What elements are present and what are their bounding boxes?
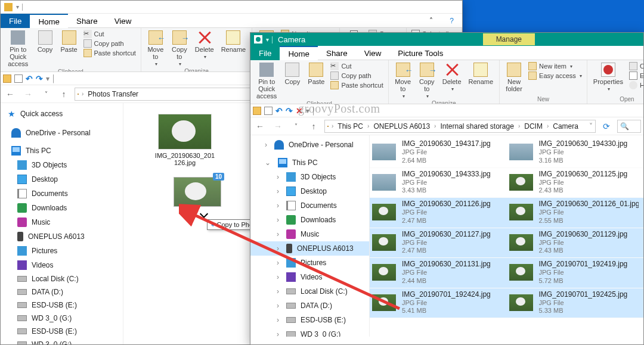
ribbon-collapse-icon[interactable]: ˄ [421, 14, 441, 28]
copy-button[interactable]: Copy [281, 61, 303, 86]
properties-button[interactable]: Properties▾ [591, 61, 626, 93]
nav-item[interactable]: ›Documents [250, 198, 369, 213]
file-item[interactable]: IMG_20190630_201129.jpgJPG File2.43 MB [507, 228, 644, 259]
file-item[interactable]: IMG_20190630_194330.jpgJPG File3.16 MB [507, 138, 644, 168]
tab-view[interactable]: View [356, 46, 390, 60]
nav-this-pc[interactable]: ⌄This PC [250, 156, 369, 170]
file-item[interactable]: IMG_20190630_194317.jpgJPG File2.64 MB [370, 138, 507, 168]
nav-back-button[interactable]: ← [253, 119, 267, 133]
file-item[interactable]: IMG_20190630_201126.jpg [153, 114, 216, 166]
manage-tab-header[interactable]: Manage [483, 33, 535, 45]
cut-button[interactable]: ✂Cut [329, 61, 384, 71]
nav-item[interactable]: ›Pictures [250, 256, 369, 270]
nav-item[interactable]: ›ONEPLUS A6013 [250, 241, 369, 256]
undo-icon[interactable]: ↶ [26, 74, 33, 83]
nav-item[interactable]: DATA (D:) [1, 285, 123, 299]
file-item[interactable]: IMG_20190630_201127.jpgJPG File2.47 MB [370, 228, 507, 259]
copy-path-button[interactable]: Copy path [329, 71, 384, 80]
move-to-button[interactable]: Move to▾ [145, 29, 166, 68]
breadcrumb-item[interactable]: DCIM [523, 122, 544, 130]
file-area[interactable]: IMG_20190630_194317.jpgJPG File2.64 MBIM… [370, 135, 643, 337]
tab-file[interactable]: File [1, 14, 30, 28]
nav-onedrive[interactable]: ›OneDrive - Personal [250, 138, 369, 152]
pin-quick-access-button[interactable]: Pin to Quick access [254, 61, 279, 101]
nav-back-button[interactable]: ← [3, 87, 17, 101]
search-box[interactable]: 🔍 [617, 120, 641, 133]
rename-button[interactable]: Rename [466, 61, 496, 86]
nav-item[interactable]: ESD-USB (E:) [1, 325, 123, 338]
paste-shortcut-button[interactable]: Paste shortcut [82, 48, 137, 58]
delete-button[interactable]: Delete▾ [440, 61, 464, 93]
quick-access-header[interactable]: ★Quick access [1, 105, 123, 122]
copy-to-button[interactable]: Copy to▾ [169, 29, 190, 68]
breadcrumb-item[interactable]: ONEPLUS A6013 [372, 122, 431, 130]
tab-file[interactable]: File [250, 46, 280, 60]
breadcrumb-item[interactable]: Internal shared storage [439, 122, 515, 130]
breadcrumb-item[interactable]: This PC [336, 122, 364, 130]
nav-history-button[interactable]: ˅ [289, 119, 303, 133]
delete-button[interactable]: Delete▾ [193, 29, 216, 61]
file-item[interactable]: IMG_20190630_201131.jpgJPG File2.44 MB [370, 258, 507, 288]
easy-access-button[interactable]: Easy access▾ [527, 71, 583, 80]
new-folder-button[interactable]: New folder [503, 61, 525, 94]
paste-shortcut-button[interactable]: Paste shortcut [329, 80, 384, 90]
nav-up-button[interactable]: ↑ [306, 119, 321, 133]
pin-quick-access-button[interactable]: Pin to Quick access [4, 29, 32, 69]
breadcrumb-item[interactable]: Photos Transfer [86, 90, 140, 98]
nav-item[interactable]: ›WD 3_0 (G:) [250, 327, 369, 337]
nav-item[interactable]: Videos [1, 258, 123, 272]
tab-share[interactable]: Share [68, 14, 106, 28]
new-item-button[interactable]: New item▾ [527, 61, 583, 71]
redo-icon[interactable]: ↷ [286, 106, 293, 116]
nav-item[interactable]: ›Music [250, 227, 369, 241]
copy-path-button[interactable]: Copy path [82, 39, 137, 48]
cut-button[interactable]: ✂Cut [82, 29, 137, 39]
nav-item[interactable]: ›3D Objects [250, 170, 369, 184]
help-icon[interactable]: ? [441, 14, 462, 28]
titlebar[interactable]: ▾ │ [1, 1, 462, 14]
undo-icon[interactable]: ↶ [275, 106, 283, 116]
nav-this-pc[interactable]: This PC [1, 144, 123, 158]
nav-item[interactable]: WD 3_0 (G:) [1, 338, 123, 344]
nav-item[interactable]: Pictures [1, 244, 123, 258]
tab-share[interactable]: Share [318, 46, 356, 60]
save-icon[interactable] [14, 74, 23, 83]
history-button[interactable]: History [628, 80, 643, 90]
tab-picture-tools[interactable]: Picture Tools [389, 46, 451, 60]
nav-item[interactable]: Documents [1, 187, 123, 201]
file-item[interactable]: IMG_20190701_192419.jpgJPG File5.72 MB [507, 258, 644, 288]
nav-item[interactable]: Desktop [1, 172, 123, 187]
nav-item[interactable]: WD 3_0 (G:) [1, 312, 123, 325]
file-item[interactable]: IMG_20190630_201126.jpgJPG File2.47 MB [370, 198, 507, 228]
nav-item[interactable]: ONEPLUS A6013 [1, 229, 123, 244]
paste-button[interactable]: Paste [305, 61, 327, 86]
paste-button[interactable]: Paste [58, 29, 80, 54]
nav-item[interactable]: Local Disk (C:) [1, 272, 123, 285]
nav-item[interactable]: Downloads [1, 201, 123, 215]
copy-button[interactable]: Copy [35, 29, 56, 54]
file-item[interactable]: IMG_20190630_201126_01.jpgJPG File2.55 M… [507, 198, 644, 228]
file-item[interactable]: IMG_20190630_194333.jpgJPG File3.43 MB [370, 168, 507, 198]
nav-forward-button[interactable]: → [271, 119, 285, 133]
nav-item[interactable]: 3D Objects [1, 158, 123, 172]
file-item[interactable]: IMG_20190630_201125.jpgJPG File2.43 MB [507, 168, 644, 198]
nav-item[interactable]: ›ESD-USB (E:) [250, 313, 369, 327]
nav-forward-button[interactable]: → [21, 87, 35, 101]
open-button[interactable]: Open▾ [628, 61, 643, 71]
nav-item[interactable]: ›Local Disk (C:) [250, 284, 369, 299]
nav-onedrive[interactable]: OneDrive - Personal [1, 126, 123, 140]
refresh-button[interactable]: ⟳ [599, 119, 614, 133]
file-item[interactable]: IMG_20190701_192424.jpgJPG File5.41 MB [370, 288, 507, 319]
nav-item[interactable]: ›DATA (D:) [250, 299, 369, 313]
edit-button[interactable]: Edit [628, 71, 643, 80]
nav-pane[interactable]: ›OneDrive - Personal ⌄This PC ›3D Object… [250, 135, 370, 337]
nav-item[interactable]: ›Videos [250, 270, 369, 284]
titlebar[interactable]: ▾ │ Camera Manage [250, 33, 643, 46]
address-bar[interactable]: › This PC› ONEPLUS A6013› Internal share… [324, 120, 596, 133]
nav-item[interactable]: ESD-USB (E:) [1, 299, 123, 312]
save-icon[interactable] [264, 107, 273, 115]
tab-view[interactable]: View [106, 14, 140, 28]
redo-icon[interactable]: ↷ [36, 74, 43, 83]
tab-home[interactable]: Home [280, 46, 318, 60]
move-to-button[interactable]: Move to▾ [392, 61, 414, 100]
